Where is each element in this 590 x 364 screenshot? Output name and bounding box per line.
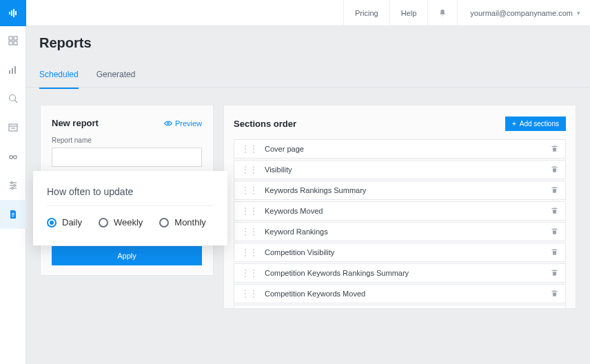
sidebar-item-research[interactable] — [0, 84, 26, 113]
section-row[interactable]: ⋮⋮Competition Keywords Rankings Summary — [234, 263, 566, 283]
svg-rect-7 — [14, 41, 17, 45]
tab-scheduled[interactable]: Scheduled — [39, 70, 79, 89]
sections-order-title: Sections order — [234, 119, 296, 129]
trash-icon[interactable] — [551, 186, 558, 195]
section-label: Cover page — [265, 145, 304, 153]
drag-handle-icon[interactable]: ⋮⋮ — [241, 186, 258, 194]
section-row[interactable]: ⋮⋮Cover page — [234, 139, 566, 159]
radio-icon — [159, 218, 169, 228]
divider — [47, 205, 214, 206]
app-logo[interactable] — [0, 0, 26, 26]
frequency-options: Daily Weekly Monthly — [47, 217, 214, 228]
radio-daily[interactable]: Daily — [47, 217, 82, 228]
svg-point-17 — [14, 156, 17, 159]
notifications-icon[interactable] — [427, 0, 457, 26]
svg-rect-8 — [9, 70, 10, 74]
svg-rect-9 — [12, 68, 13, 74]
svg-line-12 — [15, 101, 18, 103]
trash-icon[interactable] — [551, 145, 558, 154]
section-row[interactable]: ⋮⋮Competition Keywords Rankings — [234, 305, 566, 309]
svg-rect-26 — [12, 216, 14, 216]
sidebar-item-links[interactable] — [0, 142, 26, 171]
topbar-pricing-link[interactable]: Pricing — [343, 0, 389, 26]
section-label: Competition Keywords Moved — [265, 290, 365, 298]
page-title: Reports — [39, 35, 92, 51]
chevron-down-icon: ▾ — [577, 10, 580, 17]
sidebar-item-settings[interactable] — [0, 171, 26, 200]
radio-label: Monthly — [174, 217, 206, 228]
eye-icon — [164, 119, 172, 128]
section-row[interactable]: ⋮⋮Competition Keywords Moved — [234, 284, 566, 303]
sidebar-item-dashboard[interactable] — [0, 26, 26, 55]
new-report-title: New report — [52, 118, 99, 128]
preview-label: Preview — [175, 119, 202, 128]
section-row[interactable]: ⋮⋮Keyword Rankings — [234, 222, 566, 241]
radio-label: Daily — [62, 217, 82, 228]
radio-label: Weekly — [114, 217, 143, 228]
report-name-input[interactable] — [52, 148, 202, 167]
sidebar-item-reports[interactable] — [0, 200, 26, 229]
radio-icon — [47, 218, 57, 228]
section-label: Visibility — [265, 165, 292, 174]
section-label: Keywords Rankings Summary — [265, 186, 366, 194]
drag-handle-icon[interactable]: ⋮⋮ — [241, 269, 258, 277]
svg-rect-5 — [14, 37, 17, 40]
section-label: Competition Keywords Rankings Summary — [265, 269, 409, 277]
sidebar-item-rankings[interactable] — [0, 55, 26, 84]
trash-icon[interactable] — [551, 248, 558, 257]
svg-point-16 — [10, 156, 13, 159]
add-sections-button[interactable]: + Add sections — [505, 117, 566, 131]
svg-rect-24 — [12, 213, 14, 214]
svg-rect-2 — [13, 9, 14, 17]
popover-title: How often to update — [47, 186, 214, 197]
trash-icon[interactable] — [551, 207, 558, 216]
plus-icon: + — [512, 120, 516, 128]
svg-rect-25 — [12, 214, 14, 215]
svg-point-11 — [10, 95, 16, 101]
trash-icon[interactable] — [551, 165, 558, 174]
topbar-help-link[interactable]: Help — [389, 0, 428, 26]
section-label: Competition Visibility — [265, 248, 334, 256]
sections-list: ⋮⋮Cover page⋮⋮Visibility⋮⋮Keywords Ranki… — [234, 139, 566, 309]
svg-rect-3 — [15, 11, 17, 15]
radio-icon — [99, 218, 108, 228]
frequency-popover: How often to update Daily Weekly Monthly — [33, 171, 227, 245]
svg-rect-10 — [14, 66, 16, 74]
trash-icon[interactable] — [551, 269, 558, 278]
topbar: Pricing Help yourmail@companyname.com ▾ — [26, 0, 590, 26]
svg-point-27 — [167, 122, 170, 124]
trash-icon[interactable] — [551, 228, 558, 236]
trash-icon[interactable] — [551, 290, 558, 299]
user-menu[interactable]: yourmail@companyname.com ▾ — [457, 0, 580, 26]
drag-handle-icon[interactable]: ⋮⋮ — [241, 248, 258, 256]
svg-rect-13 — [9, 124, 17, 131]
section-row[interactable]: ⋮⋮Competition Visibility — [234, 243, 566, 262]
radio-weekly[interactable]: Weekly — [99, 217, 143, 228]
drag-handle-icon[interactable]: ⋮⋮ — [241, 207, 258, 215]
drag-handle-icon[interactable]: ⋮⋮ — [241, 228, 258, 236]
drag-handle-icon[interactable]: ⋮⋮ — [241, 290, 258, 298]
tabs: Scheduled Generated — [26, 60, 590, 88]
sidebar-item-audit[interactable] — [0, 113, 26, 142]
sidebar — [0, 0, 26, 364]
user-email: yourmail@companyname.com — [470, 9, 573, 17]
radio-monthly[interactable]: Monthly — [159, 217, 206, 228]
section-row[interactable]: ⋮⋮Visibility — [234, 160, 566, 179]
report-name-label: Report name — [52, 136, 202, 144]
page-header: Reports — [26, 26, 590, 60]
add-sections-label: Add sections — [520, 120, 559, 128]
section-row[interactable]: ⋮⋮Keywords Moved — [234, 201, 566, 221]
svg-rect-4 — [9, 37, 12, 40]
svg-point-23 — [12, 188, 14, 190]
apply-button[interactable]: Apply — [52, 246, 202, 265]
drag-handle-icon[interactable]: ⋮⋮ — [241, 145, 258, 153]
svg-point-21 — [14, 185, 16, 187]
section-row[interactable]: ⋮⋮Keywords Rankings Summary — [234, 181, 566, 200]
drag-handle-icon[interactable]: ⋮⋮ — [241, 165, 258, 174]
sections-order-panel: Sections order + Add sections ⋮⋮Cover pa… — [223, 105, 576, 309]
svg-rect-6 — [9, 41, 12, 45]
svg-rect-1 — [11, 10, 12, 16]
preview-button[interactable]: Preview — [164, 119, 202, 128]
section-label: Keyword Rankings — [265, 228, 328, 236]
tab-generated[interactable]: Generated — [96, 70, 136, 88]
